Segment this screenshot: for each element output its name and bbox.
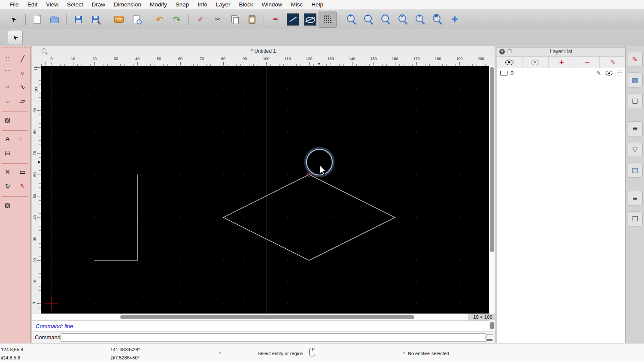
copy-button[interactable] [226,11,243,27]
horizontal-scrollbar[interactable] [32,314,468,320]
zoom-previous-button[interactable]: ◂ [412,11,429,27]
palette-drag-handle[interactable] [2,47,28,51]
layer-row[interactable]: 0 [497,68,625,78]
action-hint: Select entity or region [258,350,303,356]
auto-zoom-button[interactable]: □ [377,11,395,27]
zoom-out-button[interactable]: − [360,11,377,27]
menu-item[interactable]: Select [63,0,88,9]
ellipse-preview-widget[interactable] [301,11,319,27]
undo-button[interactable]: ↶ [151,11,168,27]
dimension-tool[interactable]: ∟ [15,132,30,146]
order-tool[interactable]: ↻ [0,179,15,193]
menu-item[interactable]: Block [235,0,258,9]
menu-item[interactable]: Info [193,0,212,9]
show-all-layers-button[interactable] [497,57,523,68]
save-as-button[interactable]: ✎ [87,11,104,27]
v-ruler-label: 0 [32,302,36,304]
line-tool[interactable]: ╱ [15,51,30,66]
palette-separator [2,128,28,131]
dock-entity-filter-button[interactable]: ▽ [628,142,643,157]
v-ruler-label: 110 [33,66,38,70]
vertical-scrollbar[interactable] [489,66,495,314]
dock-property-editor-button[interactable]: ≡ [628,191,643,206]
remove-layer-button[interactable]: − [574,57,600,68]
layer-lock-icon[interactable] [617,72,622,76]
measure-distance-tool[interactable]: ✕ [0,165,15,179]
toolbar-icon [304,13,316,26]
vertical-scrollbar-thumb[interactable] [490,67,494,252]
measure-ruler-tool[interactable]: ▭ [15,165,30,179]
zoom-window-button[interactable]: ▣ [429,11,446,27]
new-drawing-button[interactable] [29,11,46,27]
solid-tool[interactable]: ▧ [0,198,15,212]
menu-item[interactable]: File [5,0,23,9]
polyline-tool[interactable]: ⌣ [0,94,15,108]
dock-block-list-button[interactable]: ▦ [628,72,643,87]
save-button[interactable] [70,11,87,27]
delete-button[interactable]: ✐ [192,11,209,27]
close-panel-icon[interactable] [499,49,505,54]
palette-separator [2,161,28,164]
menu-item[interactable]: Modify [146,0,171,9]
add-layer-button[interactable]: + [549,57,574,68]
pan-zoom-button[interactable]: ✚ [446,11,463,27]
print-preview-button[interactable] [128,11,145,27]
menu-item[interactable]: Snap [171,0,194,9]
redo-button[interactable]: ↷ [168,11,185,27]
construction-layer-icon[interactable] [500,71,507,75]
status-separator-dot [403,352,405,354]
image-tool[interactable]: ▤ [0,146,15,160]
pen-attributes-button[interactable]: ✒ [267,11,284,27]
dock-command-line-button[interactable]: ▤ [628,163,643,178]
menu-item[interactable]: Misc [287,0,307,9]
text-tool[interactable]: A [0,132,15,146]
v-ruler-label: 100 [34,85,38,92]
command-history-scrollbar[interactable] [489,320,495,331]
menu-item[interactable]: View [42,0,63,9]
menu-item[interactable]: Window [258,0,287,9]
float-panel-icon[interactable] [507,49,512,54]
ellipse-tool[interactable]: ○ [0,80,15,94]
select-point-tool[interactable]: ↖ [15,179,30,193]
export-svg-button[interactable]: SVG [110,11,128,27]
drawing-window-titlebar[interactable]: * Untitled 1 [32,46,495,56]
h-ruler-label: 200 [477,57,484,61]
h-ruler-label: 20 [92,57,97,61]
layer-edit-icon[interactable] [596,70,601,76]
dock-pen-palette-button[interactable]: ✎ [628,52,643,67]
v-ruler-label: 80 [33,130,37,134]
menu-item[interactable]: Edit [23,0,42,9]
spline-tool[interactable]: ∿ [15,80,30,94]
toolbar-icon [50,17,59,23]
pen-preview-widget[interactable] [284,11,301,27]
current-tool-select-button[interactable]: ➤ [8,30,23,45]
menu-item[interactable]: Draw [88,0,110,9]
layer-rows: 0 [497,68,625,78]
command-input[interactable] [61,333,486,342]
zoom-in-button[interactable]: + [343,11,360,27]
keyboard-toggle-icon[interactable] [486,335,493,341]
hide-all-layers-button[interactable] [523,57,549,68]
dock-layer-list-button[interactable]: ≣ [628,121,643,136]
arc-tool[interactable]: ⌒ [0,66,15,80]
dock-library-browser-button[interactable]: ▢ [628,93,643,108]
circle-tool[interactable]: ○ [15,66,30,80]
horizontal-scrollbar-thumb[interactable] [120,315,414,319]
layer-visibility-icon[interactable] [605,70,612,75]
command-history-scrollbar-thumb[interactable] [490,322,494,329]
hatch-tool[interactable]: ▨ [0,113,15,127]
redraw-button[interactable]: ↺ [395,11,412,27]
cut-button[interactable]: ✂ [209,11,226,27]
menu-item[interactable]: Layer [212,0,235,9]
dock-clipboard-button[interactable]: ❐ [628,211,643,226]
modify-layer-button[interactable]: ✎ [600,57,625,68]
grid-toggle-button[interactable] [319,11,337,28]
drawing-canvas[interactable] [41,66,489,314]
menu-item[interactable]: Dimension [109,0,146,9]
menu-item[interactable]: Help [307,0,328,9]
paste-button[interactable] [243,11,261,27]
open-drawing-button[interactable] [46,11,63,27]
select-arrow-button[interactable]: ➤ [5,11,22,27]
polygon-tool[interactable]: ▱ [15,94,30,108]
points-tool[interactable]: ∷ [0,51,15,66]
